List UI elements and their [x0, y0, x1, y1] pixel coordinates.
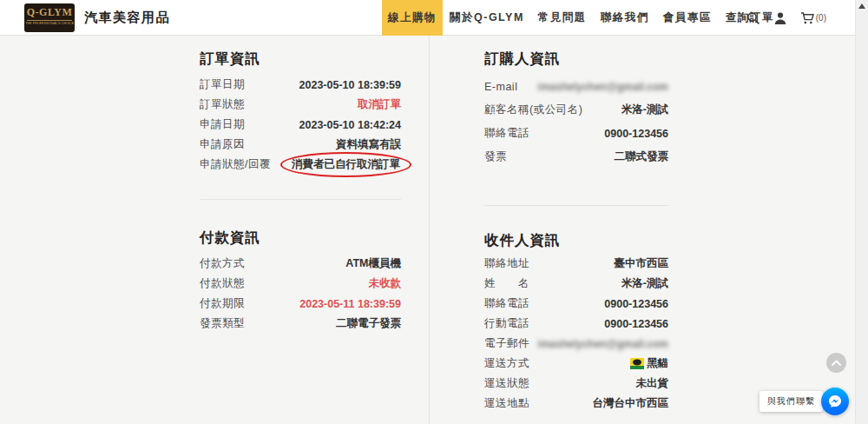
field-value: 台灣台中市西區: [593, 396, 669, 411]
right-column: 訂購人資訊 E-mail imashelychen@gmail.com 顧客名稱…: [430, 36, 855, 424]
section-title-order-info: 訂單資訊: [200, 47, 401, 70]
table-row: 聯絡電話 0900-123456: [484, 294, 668, 314]
header-icons: (0): [746, 0, 826, 36]
logo-subtitle: THE PROFESSIONAL'S CHOICE: [25, 21, 74, 25]
scroll-to-top-button[interactable]: [826, 353, 846, 373]
left-column: 訂單資訊 訂單日期 2023-05-10 18:39:59 訂單狀態 取消訂單 …: [0, 36, 430, 424]
table-row: 運送狀態 未出貨: [484, 374, 668, 394]
field-value: 未出貨: [636, 376, 669, 391]
scrollbar-up-arrow[interactable]: [858, 3, 865, 9]
table-row: 電子郵件 imashelychen@gmail.com: [484, 334, 668, 354]
field-label: 聯絡地址: [484, 256, 529, 271]
nav-item-about[interactable]: 關於Q-GLYM: [443, 0, 531, 36]
payment-status-value: 未收款: [369, 276, 402, 291]
order-status-value: 取消訂單: [358, 97, 401, 112]
field-label: 顧客名稱(或公司名): [484, 103, 582, 117]
field-value: ATM櫃員機: [345, 256, 401, 271]
section-title-buyer-info: 訂購人資訊: [484, 47, 668, 70]
field-value: 二聯電子發票: [336, 316, 401, 331]
field-value: 2023-05-10 18:42:24: [299, 119, 401, 131]
table-row: 付款期限 2023-05-11 18:39:59: [200, 294, 401, 314]
table-row: 聯絡電話 0900-123456: [484, 122, 668, 145]
field-label: 運送狀態: [484, 376, 529, 391]
field-label: 付款方式: [200, 256, 245, 271]
field-value: 0900-123456: [604, 128, 668, 140]
tcat-logo-icon: [630, 358, 644, 369]
table-row: 訂單狀態 取消訂單: [200, 95, 401, 115]
buyer-email-value: imashelychen@gmail.com: [538, 81, 668, 93]
section-title-payment-info: 付款資訊: [200, 226, 401, 248]
brand-name: 汽車美容用品: [84, 10, 170, 26]
user-icon[interactable]: [773, 11, 787, 25]
table-row: 申請日期 2023-05-10 18:42:24: [200, 115, 401, 135]
logo-title: Q-GLYM: [27, 7, 73, 21]
payment-info-rows: 付款方式 ATM櫃員機 付款狀態 未收款 付款期限 2023-05-11 18:…: [200, 254, 401, 334]
shipping-method-text: 黑貓: [647, 356, 668, 371]
field-value: 0900-123456: [604, 298, 668, 310]
chevron-up-icon: [832, 360, 841, 366]
cart-icon: [800, 11, 814, 25]
field-label: 運送方式: [484, 356, 529, 371]
page-scrollbar[interactable]: [855, 0, 868, 424]
payment-deadline-value: 2023-05-11 18:39:59: [299, 298, 401, 310]
field-label: 發票: [484, 149, 507, 164]
field-label: E-mail: [484, 81, 517, 93]
field-label: 申請狀態/回覆: [200, 157, 271, 172]
field-value: 二聯式發票: [615, 149, 669, 164]
section-title-recipient-info: 收件人資訊: [484, 229, 668, 251]
table-row: 申請原因 資料填寫有誤: [200, 135, 401, 155]
order-detail-page: 訂單資訊 訂單日期 2023-05-10 18:39:59 訂單狀態 取消訂單 …: [0, 36, 855, 424]
field-label: 付款期限: [200, 296, 245, 311]
messenger-icon: [827, 394, 843, 409]
table-row: 申請狀態/回覆 消費者已自行取消訂單: [200, 155, 401, 175]
nav-item-member[interactable]: 會員專區: [656, 0, 719, 36]
field-value: 0900-123456: [604, 318, 668, 330]
field-label: 付款狀態: [200, 276, 245, 291]
field-label: 申請原因: [200, 137, 245, 152]
recipient-email-value: imashelychen@gmail.com: [538, 338, 668, 350]
site-logo[interactable]: Q-GLYM THE PROFESSIONAL'S CHOICE: [24, 3, 75, 32]
table-row: 聯絡地址 臺中市西區: [484, 254, 668, 274]
field-label: 聯絡電話: [484, 296, 529, 311]
table-row: 發票類型 二聯電子發票: [200, 314, 401, 334]
table-row: 訂單日期 2023-05-10 18:39:59: [200, 75, 401, 95]
site-header: Q-GLYM THE PROFESSIONAL'S CHOICE 汽車美容用品 …: [0, 0, 868, 36]
buyer-info-rows: E-mail imashelychen@gmail.com 顧客名稱(或公司名)…: [484, 75, 668, 169]
field-label: 申請日期: [200, 117, 245, 132]
field-value: 2023-05-10 18:39:59: [299, 79, 401, 91]
shipping-method-value: 黑貓: [630, 356, 668, 371]
search-icon[interactable]: [746, 11, 760, 25]
chat-tooltip: 與我們聯繫: [760, 391, 823, 412]
nav-item-contact[interactable]: 聯絡我們: [594, 0, 656, 36]
cart-count: (0): [816, 13, 826, 23]
field-value: 臺中市西區: [615, 256, 669, 271]
nav-item-online-shop[interactable]: 線上購物: [382, 0, 443, 36]
order-info-rows: 訂單日期 2023-05-10 18:39:59 訂單狀態 取消訂單 申請日期 …: [200, 75, 401, 175]
table-row: 運送方式 黑貓: [484, 354, 668, 374]
recipient-info-rows: 聯絡地址 臺中市西區 姓 名 米洛-測試 聯絡電話 0900-123456 行動…: [484, 254, 668, 414]
table-row: 姓 名 米洛-測試: [484, 274, 668, 294]
cart-button[interactable]: (0): [800, 11, 826, 25]
table-row: E-mail imashelychen@gmail.com: [484, 75, 668, 98]
table-row: 發票 二聯式發票: [484, 145, 668, 169]
main-nav: 線上購物 關於Q-GLYM 常見問題 聯絡我們 會員專區 查詢訂單: [382, 0, 781, 36]
field-label: 運送地點: [484, 396, 529, 411]
table-row: 付款狀態 未收款: [200, 274, 401, 294]
table-row: 付款方式 ATM櫃員機: [200, 254, 401, 274]
section-divider: [484, 205, 668, 206]
field-label: 電子郵件: [484, 336, 529, 351]
table-row: 顧客名稱(或公司名) 米洛-測試: [484, 98, 668, 122]
field-label: 聯絡電話: [484, 126, 529, 141]
table-row: 行動電話 0900-123456: [484, 314, 668, 334]
field-label: 訂單日期: [200, 77, 245, 92]
nav-item-faq[interactable]: 常見問題: [531, 0, 594, 36]
field-label: 訂單狀態: [200, 97, 245, 112]
field-value: 資料填寫有誤: [336, 137, 401, 152]
field-value: 米洛-測試: [621, 103, 668, 117]
field-value: 米洛-測試: [621, 276, 668, 291]
field-label: 姓 名: [484, 276, 529, 291]
messenger-chat-button[interactable]: [821, 388, 849, 415]
field-label: 發票類型: [200, 316, 245, 331]
table-row: 運送地點 台灣台中市西區: [484, 394, 668, 414]
section-divider: [200, 199, 401, 200]
